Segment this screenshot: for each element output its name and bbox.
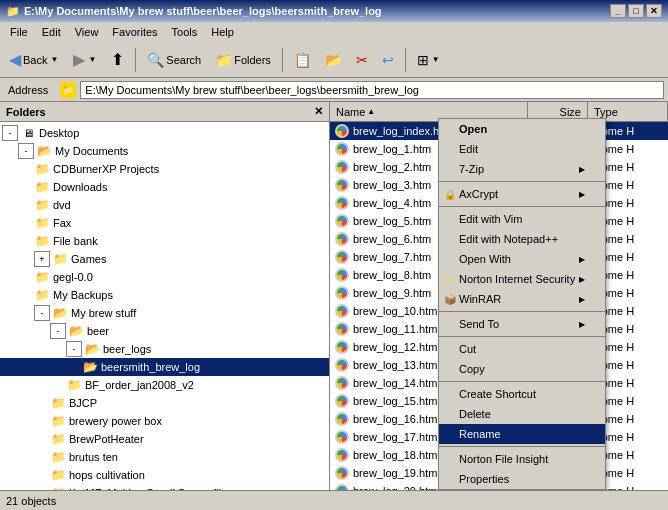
tree-label-downloads: Downloads — [53, 181, 107, 193]
tree-item-brewery[interactable]: 📁 brewery power box — [0, 412, 329, 430]
tree-item-backups[interactable]: 📁 My Backups — [0, 286, 329, 304]
ctx-sendto[interactable]: Send To ▶ — [439, 314, 605, 334]
ctx-sep-6 — [439, 446, 605, 447]
toolbar: ◀ Back ▼ ▶ ▼ ⬆ 🔍 Search 📁 Folders 📋 📂 ✂ … — [0, 42, 668, 78]
tree-item-brewpot[interactable]: 📁 BrewPotHeater — [0, 430, 329, 448]
folders-label: Folders — [234, 54, 271, 66]
ctx-open[interactable]: Open — [439, 119, 605, 139]
expand-mydocs[interactable]: - — [18, 143, 34, 159]
tree-item-beer[interactable]: - 📂 beer — [0, 322, 329, 340]
address-label: Address — [4, 83, 52, 97]
menu-edit[interactable]: Edit — [36, 25, 67, 39]
cdburner-icon: 📁 — [34, 162, 50, 176]
tree-label-hops: hops cultivation — [69, 469, 145, 481]
tree-label-brutus: brutus ten — [69, 451, 118, 463]
menu-view[interactable]: View — [69, 25, 105, 39]
expand-beerlogs[interactable]: - — [66, 341, 82, 357]
ctx-edit-notepad[interactable]: Edit with Notepad++ — [439, 229, 605, 249]
search-button[interactable]: 🔍 Search — [142, 45, 206, 75]
tree-item-downloads[interactable]: 📁 Downloads — [0, 178, 329, 196]
bforder-icon: 📁 — [66, 378, 82, 392]
tree-label-cdburner: CDBurnerXP Projects — [53, 163, 159, 175]
title-bar-icon: 📁 — [6, 5, 20, 18]
ctx-properties[interactable]: Properties — [439, 469, 605, 489]
tree-item-bjcp[interactable]: 📁 BJCP — [0, 394, 329, 412]
address-input[interactable] — [80, 81, 664, 99]
up-button[interactable]: ⬆ — [106, 45, 129, 75]
paste-button[interactable]: 📂 — [320, 45, 347, 75]
ctx-7zip[interactable]: 7-Zip ▶ — [439, 159, 605, 179]
folders-panel: Folders ✕ - 🖥 Desktop - 📂 My Documents 📁… — [0, 102, 330, 490]
view-button[interactable]: ⊞ ▼ — [412, 45, 446, 75]
undo-button[interactable]: ↩ — [377, 45, 399, 75]
expand-brewstuff[interactable]: - — [34, 305, 50, 321]
back-button[interactable]: ◀ Back ▼ — [4, 45, 64, 75]
brewstuff-icon: 📂 — [52, 306, 68, 320]
tree-item-beerlogs[interactable]: - 📂 beer_logs — [0, 340, 329, 358]
cut-button[interactable]: ✂ — [351, 45, 373, 75]
mydocs-icon: 📂 — [36, 144, 52, 158]
menu-file[interactable]: File — [4, 25, 34, 39]
ctx-openwith-label: Open With — [459, 253, 511, 265]
tree-item-beersmith[interactable]: 📂 beersmith_brew_log — [0, 358, 329, 376]
tree-item-mydocs[interactable]: - 📂 My Documents — [0, 142, 329, 160]
ctx-axcrypt-label: AxCrypt — [459, 188, 498, 200]
ctx-vim-label: Edit with Vim — [459, 213, 522, 225]
tree-item-brutus[interactable]: 📁 brutus ten — [0, 448, 329, 466]
file-icon — [334, 465, 350, 481]
back-dropdown-icon[interactable]: ▼ — [49, 55, 59, 64]
ctx-edit[interactable]: Edit — [439, 139, 605, 159]
maximize-button[interactable]: □ — [628, 4, 644, 18]
menu-favorites[interactable]: Favorites — [106, 25, 163, 39]
expand-beer[interactable]: - — [50, 323, 66, 339]
tree-label-beersmith: beersmith_brew_log — [101, 361, 200, 373]
menu-tools[interactable]: Tools — [166, 25, 204, 39]
ctx-sep-2 — [439, 206, 605, 207]
ctx-norton[interactable]: 🛡 Norton Internet Security ▶ — [439, 269, 605, 289]
tree-label-filebank: File bank — [53, 235, 98, 247]
tree-item-games[interactable]: + 📁 Games — [0, 250, 329, 268]
address-folder-icon: 📁 — [60, 82, 76, 98]
ctx-winrar[interactable]: 📦 WinRAR ▶ — [439, 289, 605, 309]
tree-item-dvd[interactable]: 📁 dvd — [0, 196, 329, 214]
tree-item-cdburner[interactable]: 📁 CDBurnerXP Projects — [0, 160, 329, 178]
view-dropdown-icon[interactable]: ▼ — [431, 55, 441, 64]
copy-button[interactable]: 📋 — [289, 45, 316, 75]
forward-dropdown-icon[interactable]: ▼ — [87, 55, 97, 64]
close-button[interactable]: ✕ — [646, 4, 662, 18]
beerlogs-icon: 📂 — [84, 342, 100, 356]
ctx-cut[interactable]: Cut — [439, 339, 605, 359]
ctx-openwith[interactable]: Open With ▶ — [439, 249, 605, 269]
undo-icon: ↩ — [382, 52, 394, 68]
tree-item-fax[interactable]: 📁 Fax — [0, 214, 329, 232]
ctx-edit-vim[interactable]: Edit with Vim — [439, 209, 605, 229]
tree-label-bforder: BF_order_jan2008_v2 — [85, 379, 194, 391]
ctx-nortoninsight[interactable]: Norton File Insight — [439, 449, 605, 469]
ctx-delete[interactable]: Delete — [439, 404, 605, 424]
ctx-rename[interactable]: Rename — [439, 424, 605, 444]
toolbar-separator-1 — [135, 48, 136, 72]
col-sort-icon: ▲ — [367, 107, 375, 116]
expand-games[interactable]: + — [34, 251, 50, 267]
tree-item-hops[interactable]: 📁 hops cultivation — [0, 466, 329, 484]
tree-label-mydocs: My Documents — [55, 145, 128, 157]
ctx-copy[interactable]: Copy — [439, 359, 605, 379]
ctx-axcrypt[interactable]: 🔒 AxCrypt ▶ — [439, 184, 605, 204]
tree-label-games: Games — [71, 253, 106, 265]
folders-panel-close[interactable]: ✕ — [314, 105, 323, 118]
tree-item-desktop[interactable]: - 🖥 Desktop — [0, 124, 329, 142]
minimize-button[interactable]: _ — [610, 4, 626, 18]
tree-item-bforder[interactable]: 📁 BF_order_jan2008_v2 — [0, 376, 329, 394]
expand-desktop[interactable]: - — [2, 125, 18, 141]
dvd-icon: 📁 — [34, 198, 50, 212]
tree-item-kotmf[interactable]: 📁 KotMF_Making Candi Sugar_files — [0, 484, 329, 490]
menu-help[interactable]: Help — [205, 25, 240, 39]
forward-button[interactable]: ▶ ▼ — [68, 45, 102, 75]
tree-item-gegl[interactable]: 📁 gegl-0.0 — [0, 268, 329, 286]
tree-item-brewstuff[interactable]: - 📂 My brew stuff — [0, 304, 329, 322]
ctx-createshortcut[interactable]: Create Shortcut — [439, 384, 605, 404]
status-bar: 21 objects — [0, 490, 668, 510]
file-icon — [334, 339, 350, 355]
folders-button[interactable]: 📁 Folders — [210, 45, 276, 75]
tree-item-filebank[interactable]: 📁 File bank — [0, 232, 329, 250]
